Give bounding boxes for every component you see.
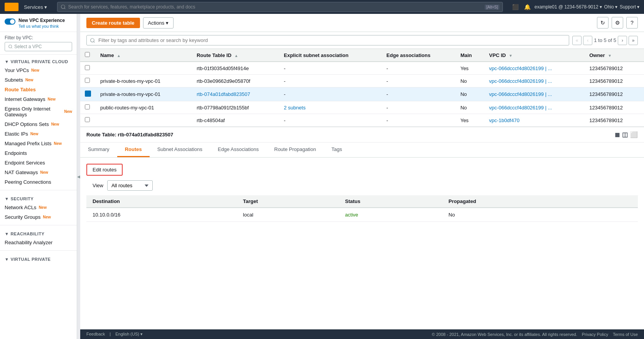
services-label: Services — [24, 4, 43, 10]
table-row[interactable]: public-routes-my-vpc-01rtb-07798a091f2b1… — [80, 101, 644, 114]
explicit-subnet-col-header: Explicit subnet association — [279, 49, 382, 62]
sidebar-item-network-acls[interactable]: Network ACLs New — [0, 203, 77, 212]
tab-subnet-associations[interactable]: Subnet Associations — [150, 143, 210, 157]
main-cell: No — [456, 75, 484, 87]
vpc-experience-label: New VPC Experience — [19, 18, 65, 24]
next-page-button[interactable]: › — [618, 36, 627, 45]
main-col-header: Main — [456, 49, 484, 62]
chevron-down-icon: ▼ — [5, 232, 9, 236]
sidebar-toggle[interactable]: ◀ — [77, 14, 80, 339]
tray-icon[interactable]: ⬛ — [511, 4, 520, 10]
edit-routes-button[interactable]: Edit routes — [86, 164, 123, 176]
vpc-select[interactable]: Select a VPC — [5, 42, 72, 51]
table-row[interactable]: private-a-routes-my-vpc-01rtb-074a01dfab… — [80, 87, 644, 101]
vpc-sort-icon[interactable]: ▼ — [509, 54, 513, 58]
edge-associations-cell: - — [382, 75, 456, 87]
tab-edge-associations[interactable]: Edge Associations — [210, 143, 266, 157]
name-sort-icon[interactable]: ▲ — [117, 54, 121, 58]
table-row[interactable]: private-b-routes-my-vpc-01rtb-03e09662d9… — [80, 75, 644, 87]
search-icon — [8, 44, 13, 49]
detail-panel-header: Route Table: rtb-074a01dfabd823507 ◼ ◫ ⬜ — [80, 127, 644, 143]
tab-routes[interactable]: Routes — [117, 143, 150, 157]
name-cell: private-b-routes-my-vpc-01 — [96, 75, 192, 87]
tab-routes-content: Edit routes View All routes Active route… — [80, 158, 644, 228]
actions-label: Actions — [148, 20, 165, 26]
support-menu[interactable]: Support ▾ — [620, 4, 639, 10]
chevron-down-icon: ▼ — [5, 196, 9, 201]
settings-button[interactable]: ⚙ — [612, 17, 623, 29]
sidebar-item-egress-gateways[interactable]: Egress Only Internet Gateways New — [0, 104, 77, 119]
panel-expand-icon[interactable]: ◼ — [615, 131, 620, 138]
row-checkbox[interactable] — [85, 117, 90, 122]
name-cell: private-a-routes-my-vpc-01 — [96, 87, 192, 101]
vpc-id-link[interactable]: vpc-066dcccf4d8026199 | ... — [489, 105, 552, 111]
main-cell: Yes — [456, 114, 484, 127]
sidebar-item-endpoint-services[interactable]: Endpoint Services — [0, 158, 77, 168]
first-page-button[interactable]: « — [572, 36, 582, 45]
id-sort-icon[interactable]: ▲ — [234, 54, 238, 58]
vpc-id-link[interactable]: vpc-066dcccf4d8026199 | ... — [489, 78, 552, 84]
panel-split-icon[interactable]: ◫ — [622, 131, 628, 138]
vpc-experience-toggle[interactable] — [5, 18, 15, 25]
view-select[interactable]: All routes Active routes — [107, 180, 153, 191]
create-route-table-button[interactable]: Create route table — [86, 18, 140, 28]
terms-of-use-link[interactable]: Terms of Use — [613, 332, 638, 337]
sidebar-section-title-virtual-private: ▼ VIRTUAL PRIVATE — [0, 254, 77, 263]
vpc-id-link[interactable]: vpc-066dcccf4d8026199 | ... — [489, 65, 552, 71]
table-row[interactable]: rtb-c48504af--Yesvpc-1b0df47012345678901… — [80, 114, 644, 127]
sidebar-section-title-vpc: ▼ VIRTUAL PRIVATE CLOUD — [0, 56, 77, 65]
panel-full-icon[interactable]: ⬜ — [630, 131, 638, 138]
sidebar-item-elastic-ips[interactable]: Elastic IPs New — [0, 129, 77, 139]
main-cell: No — [456, 101, 484, 114]
sidebar-item-dhcp[interactable]: DHCP Options Sets New — [0, 119, 77, 129]
route-table-id-link[interactable]: rtb-074a01dfabd823507 — [197, 91, 250, 97]
sidebar-item-your-vpcs[interactable]: Your VPCs New — [0, 65, 77, 75]
vpc-experience-link[interactable]: Tell us what you think — [19, 24, 65, 29]
language-label: English (US) — [115, 332, 139, 336]
sidebar-item-peering[interactable]: Peering Connections — [0, 177, 77, 187]
sidebar-item-reachability-analyzer[interactable]: Reachability Analyzer — [0, 238, 77, 247]
last-page-button[interactable]: » — [629, 36, 638, 45]
main-layout: New VPC Experience Tell us what you thin… — [0, 14, 644, 339]
actions-button[interactable]: Actions ▾ — [143, 17, 174, 29]
services-nav[interactable]: Services ▾ — [22, 4, 49, 10]
propagated-cell: No — [442, 208, 592, 222]
sidebar-item-route-tables[interactable]: Route Tables — [0, 85, 77, 94]
refresh-button[interactable]: ↻ — [597, 17, 609, 29]
search-input[interactable] — [68, 4, 482, 10]
select-all-checkbox[interactable] — [85, 52, 90, 57]
svg-text:aws: aws — [6, 4, 15, 10]
sidebar-item-nat-gateways[interactable]: NAT Gateways New — [0, 168, 77, 177]
sidebar-item-internet-gateways[interactable]: Internet Gateways New — [0, 94, 77, 104]
owner-sort-icon[interactable]: ▼ — [608, 54, 612, 58]
explicit-subnet-link[interactable]: 2 subnets — [284, 105, 305, 111]
tab-summary[interactable]: Summary — [80, 143, 117, 157]
vpc-id-link[interactable]: vpc-066dcccf4d8026199 | ... — [489, 91, 552, 97]
sidebar-item-subnets[interactable]: Subnets New — [0, 75, 77, 85]
propagated-col-header: Propagated — [442, 195, 592, 208]
filter-input[interactable] — [86, 35, 569, 45]
prev-page-button[interactable]: ‹ — [583, 36, 592, 45]
global-search[interactable]: [Alt+S] — [57, 2, 503, 12]
tab-route-propagation[interactable]: Route Propagation — [266, 143, 324, 157]
sidebar-item-endpoints[interactable]: Endpoints — [0, 148, 77, 158]
feedback-link[interactable]: Feedback — [86, 332, 105, 337]
row-checkbox[interactable] — [85, 78, 90, 83]
table-row[interactable]: rtb-01f30354d05f4914e--Yesvpc-066dcccf4d… — [80, 62, 644, 75]
tab-tags[interactable]: Tags — [324, 143, 349, 157]
language-selector[interactable]: English (US) ▾ — [115, 332, 143, 337]
region-menu[interactable]: Ohio ▾ — [604, 4, 617, 10]
sidebar-item-security-groups[interactable]: Security Groups New — [0, 212, 77, 222]
view-section: View All routes Active routes — [86, 176, 638, 195]
help-button[interactable]: ? — [626, 17, 638, 29]
vpc-id-cell: vpc-066dcccf4d8026199 | ... — [484, 75, 585, 87]
vpc-id-link[interactable]: vpc-1b0df470 — [489, 117, 519, 123]
row-checkbox[interactable] — [85, 65, 90, 70]
bell-icon[interactable]: 🔔 — [523, 4, 532, 10]
row-checkbox[interactable] — [85, 104, 90, 109]
chevron-down-icon: ▾ — [44, 4, 47, 10]
privacy-policy-link[interactable]: Privacy Policy — [582, 332, 608, 337]
sidebar-item-prefix-lists[interactable]: Managed Prefix Lists New — [0, 139, 77, 148]
chevron-down-icon: ▾ — [166, 20, 169, 26]
account-menu[interactable]: example01 @ 1234-5678-9012 ▾ — [534, 4, 602, 10]
